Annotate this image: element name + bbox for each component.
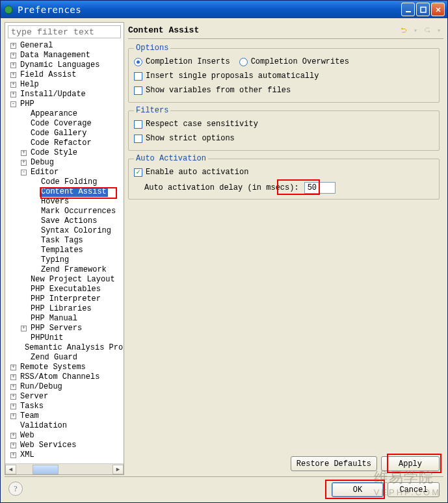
expand-icon[interactable]: + <box>10 384 16 390</box>
forward-menu[interactable]: ▾ <box>434 26 443 35</box>
scroll-thumb[interactable] <box>33 465 59 474</box>
help-button[interactable]: ? <box>8 482 23 496</box>
back-button[interactable]: ⮌ <box>399 26 408 35</box>
tree-item[interactable]: Typing <box>7 255 124 265</box>
expand-icon[interactable]: + <box>10 43 16 49</box>
tree-item-label: Save Actions <box>40 216 98 226</box>
tree-item[interactable]: +RSS/Atom Channels <box>7 372 124 382</box>
tree-item[interactable]: Hovers <box>7 197 124 207</box>
tree-item[interactable]: +Team <box>7 411 124 421</box>
tree-item[interactable]: Zend Framework <box>7 265 124 275</box>
expand-icon[interactable]: + <box>10 374 16 380</box>
tree-item[interactable]: +Run/Debug <box>7 382 124 392</box>
filter-input[interactable] <box>8 25 121 38</box>
collapse-icon[interactable]: - <box>10 101 16 107</box>
tree-item-label: XML <box>19 450 36 460</box>
delay-input[interactable] <box>304 182 336 194</box>
tree-item[interactable]: +Web <box>7 431 124 441</box>
insert-single-proposals-checkbox[interactable] <box>134 72 142 81</box>
scroll-right-button[interactable]: ► <box>112 465 124 474</box>
tree-item-label: Editor <box>29 168 60 177</box>
tree-item-label: Code Coverage <box>29 119 93 129</box>
tree-item[interactable]: Mark Occurrences <box>7 207 124 216</box>
show-strict-checkbox[interactable] <box>134 135 142 143</box>
tree-item-label: Content Assist <box>40 187 108 197</box>
tree-item[interactable]: PHP Executables <box>7 285 124 294</box>
maximize-button[interactable] <box>416 3 430 16</box>
tree-item[interactable]: PHP Interpreter <box>7 294 124 304</box>
completion-inserts-label: Completion Inserts <box>146 57 230 66</box>
enable-auto-activation-checkbox[interactable] <box>134 168 142 177</box>
tree-item[interactable]: Save Actions <box>7 216 124 226</box>
tree-item[interactable]: Code Coverage <box>7 119 124 129</box>
tree-item-label: Team <box>19 411 40 421</box>
expand-icon[interactable]: + <box>10 62 16 68</box>
tree-item[interactable]: +Help <box>7 80 124 90</box>
tree-item[interactable]: Code Gallery <box>7 129 124 138</box>
tree-item[interactable]: Code Folding <box>7 177 124 187</box>
tree-item[interactable]: +Code Style <box>7 148 124 158</box>
tree-item[interactable]: Syntax Coloring <box>7 226 124 236</box>
completion-overwrites-radio[interactable] <box>239 58 248 66</box>
expand-icon[interactable]: + <box>10 404 16 409</box>
tree-item[interactable]: +General <box>7 41 124 51</box>
restore-defaults-button[interactable]: Restore Defaults <box>291 456 377 471</box>
forward-button[interactable]: ⮎ <box>423 26 432 35</box>
close-button[interactable] <box>431 3 445 16</box>
respect-case-checkbox[interactable] <box>134 120 142 129</box>
expand-icon[interactable]: + <box>21 150 27 156</box>
delay-label: Auto activation delay (in msecs): <box>144 183 299 192</box>
tree-item[interactable]: -Editor <box>7 168 124 177</box>
expand-icon[interactable]: + <box>21 326 27 331</box>
expand-icon[interactable]: + <box>10 452 16 458</box>
expand-icon[interactable]: + <box>10 433 16 439</box>
apply-button[interactable]: Apply <box>381 456 440 471</box>
heading-bar: Content Assist ⮌ ▾ ⮎ ▾ <box>128 22 443 39</box>
expand-icon[interactable]: + <box>10 394 16 400</box>
tree-item[interactable]: +Dynamic Languages <box>7 60 124 70</box>
tree-item[interactable]: Code Refactor <box>7 138 124 148</box>
expand-icon[interactable]: + <box>10 82 16 88</box>
tree-item[interactable]: +Install/Update <box>7 90 124 99</box>
tree-item[interactable]: Validation <box>7 421 124 431</box>
tree-item[interactable]: Templates <box>7 246 124 255</box>
tree-item[interactable]: +Debug <box>7 158 124 168</box>
tree-item[interactable]: Semantic Analysis Pro <box>7 343 124 353</box>
preferences-tree[interactable]: +General+Data Management+Dynamic Languag… <box>5 41 124 460</box>
tree-item[interactable]: +Tasks <box>7 402 124 411</box>
tree-item[interactable]: Appearance <box>7 109 124 119</box>
expand-icon[interactable]: + <box>10 365 16 370</box>
back-menu[interactable]: ▾ <box>411 26 420 35</box>
tree-item[interactable]: +XML <box>7 450 124 460</box>
expand-icon[interactable]: + <box>10 443 16 448</box>
tree-item-label: Code Gallery <box>29 129 88 138</box>
tree-item[interactable]: +PHP Servers <box>7 324 124 333</box>
horizontal-scrollbar[interactable]: ◄ ► <box>5 463 124 474</box>
tree-spacer <box>21 140 27 146</box>
tree-item[interactable]: PHP Manual <box>7 314 124 324</box>
collapse-icon[interactable]: - <box>21 170 27 175</box>
tree-item[interactable]: +Web Services <box>7 441 124 450</box>
tree-item[interactable]: +Remote Systems <box>7 363 124 372</box>
tree-item[interactable]: -PHP <box>7 99 124 109</box>
tree-item[interactable]: PHP Libraries <box>7 304 124 314</box>
expand-icon[interactable]: + <box>10 92 16 97</box>
expand-icon[interactable]: + <box>21 160 27 166</box>
ok-button[interactable]: OK <box>332 482 384 497</box>
completion-inserts-radio[interactable] <box>134 58 142 66</box>
cancel-button[interactable]: Cancel <box>388 482 440 497</box>
expand-icon[interactable]: + <box>10 72 16 78</box>
expand-icon[interactable]: + <box>10 413 16 419</box>
tree-item[interactable]: PHPUnit <box>7 333 124 343</box>
tree-item[interactable]: Task Tags <box>7 236 124 246</box>
tree-item[interactable]: +Field Assist <box>7 70 124 80</box>
tree-item[interactable]: +Server <box>7 392 124 402</box>
scroll-left-button[interactable]: ◄ <box>5 465 16 474</box>
tree-item[interactable]: +Data Management <box>7 51 124 60</box>
expand-icon[interactable]: + <box>10 53 16 58</box>
tree-item[interactable]: Content Assist <box>7 187 124 197</box>
tree-item[interactable]: New Project Layout <box>7 275 124 285</box>
show-variables-checkbox[interactable] <box>134 86 142 95</box>
minimize-button[interactable] <box>401 3 415 16</box>
tree-item[interactable]: Zend Guard <box>7 353 124 363</box>
